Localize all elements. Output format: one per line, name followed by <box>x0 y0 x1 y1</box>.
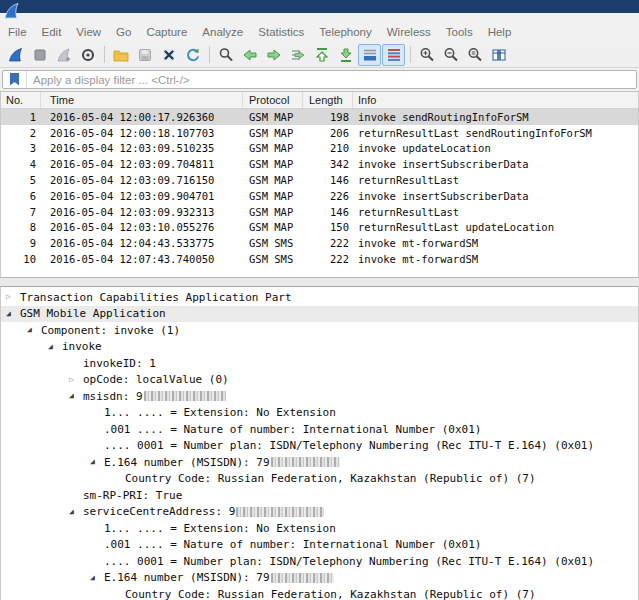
filter-placeholder-text: Apply a display filter ... <Ctrl-/> <box>27 74 190 86</box>
packet-row-8[interactable]: 82016-05-04 12:03:10.055276GSM MAP150ret… <box>1 220 638 236</box>
detail-line-13[interactable]: ◢serviceCentreAddress: 9 <box>1 504 638 521</box>
reload-file-icon[interactable] <box>181 44 204 66</box>
packet-row-5[interactable]: 52016-05-04 12:03:09.716150GSM MAP146ret… <box>1 172 638 188</box>
detail-line-2[interactable]: ◢Component: invoke (1) <box>1 322 638 339</box>
cell-info: invoke sendRoutingInfoForSM <box>353 111 638 123</box>
packet-row-3[interactable]: 32016-05-04 12:03:09.510235GSM MAP210inv… <box>1 141 638 157</box>
capture-options-icon[interactable] <box>76 44 99 66</box>
column-header-time[interactable]: Time <box>41 92 243 108</box>
start-capture-fin-icon[interactable] <box>4 44 27 66</box>
cell-time: 2016-05-04 12:07:43.740050 <box>41 253 243 265</box>
column-header-no[interactable]: No. <box>1 92 41 108</box>
packet-row-1[interactable]: 12016-05-04 12:00:17.926360GSM MAP198inv… <box>1 109 638 125</box>
menu-tools[interactable]: Tools <box>446 26 473 38</box>
packet-row-2[interactable]: 22016-05-04 12:00:18.107703GSM MAP206ret… <box>1 125 638 141</box>
detail-line-9[interactable]: .... 0001 = Number plan: ISDN/Telephony … <box>1 438 638 455</box>
tree-collapsed-icon[interactable]: ▷ <box>69 376 83 384</box>
go-back-icon[interactable] <box>238 44 261 66</box>
go-to-top-icon[interactable] <box>310 44 333 66</box>
zoom-out-icon[interactable] <box>439 44 462 66</box>
detail-line-0[interactable]: ▷Transaction Capabilities Application Pa… <box>1 289 638 306</box>
cell-no: 9 <box>1 237 41 249</box>
menu-go[interactable]: Go <box>116 26 131 38</box>
restart-capture-fin-icon[interactable] <box>52 44 75 66</box>
cell-time: 2016-05-04 12:03:10.055276 <box>41 221 243 233</box>
menu-telephony[interactable]: Telephony <box>319 26 371 38</box>
stop-capture-icon[interactable] <box>28 44 51 66</box>
menu-edit[interactable]: Edit <box>42 26 62 38</box>
detail-line-1[interactable]: ◢GSM Mobile Application <box>1 306 638 323</box>
tree-expanded-icon[interactable]: ◢ <box>90 574 104 582</box>
detail-line-15[interactable]: .001 .... = Nature of number: Internatio… <box>1 537 638 554</box>
tree-expanded-icon[interactable]: ◢ <box>90 458 104 466</box>
resize-columns-icon[interactable] <box>487 44 510 66</box>
packet-row-6[interactable]: 62016-05-04 12:03:09.904701GSM MAP226inv… <box>1 188 638 204</box>
tree-expanded-icon[interactable]: ◢ <box>6 310 20 318</box>
cell-time: 2016-05-04 12:04:43.533775 <box>41 237 243 249</box>
menu-analyze[interactable]: Analyze <box>202 26 243 38</box>
detail-line-6[interactable]: ◢msisdn: 9 <box>1 388 638 405</box>
menu-capture[interactable]: Capture <box>146 26 187 38</box>
cell-len: 226 <box>303 190 353 202</box>
detail-line-3[interactable]: ◢invoke <box>1 339 638 356</box>
toolbar-separator <box>209 46 210 63</box>
packet-row-7[interactable]: 72016-05-04 12:03:09.932313GSM MAP146ret… <box>1 204 638 220</box>
redacted-number-blur <box>144 391 226 401</box>
zoom-in-icon[interactable] <box>415 44 438 66</box>
cell-no: 1 <box>1 111 41 123</box>
filter-bookmark-button[interactable] <box>3 71 27 88</box>
display-filter-input[interactable]: Apply a display filter ... <Ctrl-/> <box>2 70 637 89</box>
cell-info: returnResultLast sendRoutingInfoForSM <box>353 127 638 139</box>
go-to-packet-icon[interactable] <box>286 44 309 66</box>
detail-line-16[interactable]: .... 0001 = Number plan: ISDN/Telephony … <box>1 553 638 570</box>
go-to-bottom-icon[interactable] <box>334 44 357 66</box>
cell-len: 150 <box>303 221 353 233</box>
column-header-info[interactable]: Info <box>353 92 638 108</box>
cell-no: 6 <box>1 190 41 202</box>
cell-info: invoke updateLocation <box>353 142 638 154</box>
tree-expanded-icon[interactable]: ◢ <box>69 392 83 400</box>
menu-view[interactable]: View <box>76 26 101 38</box>
tree-expanded-icon[interactable]: ◢ <box>27 326 41 334</box>
detail-line-17[interactable]: ◢E.164 number (MSISDN): 79 <box>1 570 638 587</box>
save-file-icon[interactable] <box>133 44 156 66</box>
open-file-folder-icon[interactable] <box>109 44 132 66</box>
tree-expanded-icon[interactable]: ◢ <box>69 508 83 516</box>
detail-line-10[interactable]: ◢E.164 number (MSISDN): 79 <box>1 454 638 471</box>
tree-expanded-icon[interactable]: ◢ <box>48 343 62 351</box>
close-file-icon[interactable] <box>157 44 180 66</box>
cell-time: 2016-05-04 12:03:09.932313 <box>41 206 243 218</box>
column-header-length[interactable]: Length <box>303 92 353 108</box>
detail-line-11[interactable]: Country Code: Russian Federation, Kazakh… <box>1 471 638 488</box>
menu-statistics[interactable]: Statistics <box>258 26 304 38</box>
cell-no: 8 <box>1 221 41 233</box>
packet-row-10[interactable]: 102016-05-04 12:07:43.740050GSM SMS222in… <box>1 251 638 267</box>
cell-len: 206 <box>303 127 353 139</box>
pane-splitter[interactable] <box>0 278 639 286</box>
detail-line-18[interactable]: Country Code: Russian Federation, Kazakh… <box>1 586 638 600</box>
find-packet-icon[interactable] <box>214 44 237 66</box>
cell-no: 5 <box>1 174 41 186</box>
menu-wireless[interactable]: Wireless <box>387 26 431 38</box>
menu-file[interactable]: File <box>8 26 27 38</box>
zoom-reset-icon[interactable] <box>463 44 486 66</box>
column-header-protocol[interactable]: Protocol <box>243 92 303 108</box>
detail-line-7[interactable]: 1... .... = Extension: No Extension <box>1 405 638 422</box>
auto-scroll-icon[interactable] <box>358 44 381 66</box>
packet-row-4[interactable]: 42016-05-04 12:03:09.704811GSM MAP342inv… <box>1 156 638 172</box>
go-forward-icon[interactable] <box>262 44 285 66</box>
cell-len: 198 <box>303 111 353 123</box>
detail-line-8[interactable]: .001 .... = Nature of number: Internatio… <box>1 421 638 438</box>
cell-len: 146 <box>303 174 353 186</box>
cell-time: 2016-05-04 12:03:09.510235 <box>41 142 243 154</box>
detail-line-14[interactable]: 1... .... = Extension: No Extension <box>1 520 638 537</box>
cell-no: 7 <box>1 206 41 218</box>
detail-line-12[interactable]: sm-RP-PRI: True <box>1 487 638 504</box>
packet-row-9[interactable]: 92016-05-04 12:04:43.533775GSM SMS222inv… <box>1 235 638 251</box>
detail-line-4[interactable]: invokeID: 1 <box>1 355 638 372</box>
menu-help[interactable]: Help <box>488 26 512 38</box>
tree-collapsed-icon[interactable]: ▷ <box>6 293 20 301</box>
colorize-packets-icon[interactable] <box>382 44 405 66</box>
detail-text: Country Code: Russian Federation, Kazakh… <box>125 588 536 600</box>
detail-line-5[interactable]: ▷opCode: localValue (0) <box>1 372 638 389</box>
